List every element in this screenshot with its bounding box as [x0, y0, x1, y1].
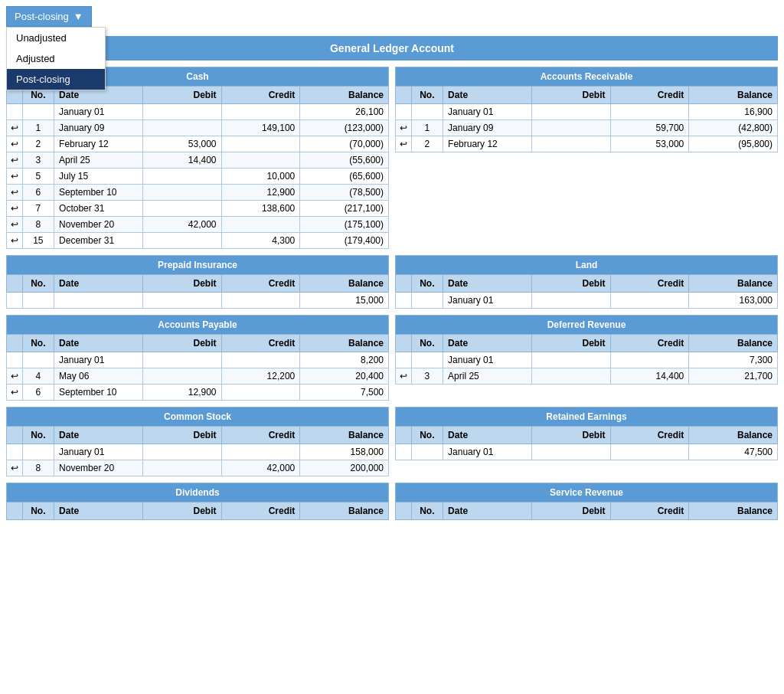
- debit-cell: [142, 120, 221, 136]
- date-cell: February 12: [443, 136, 532, 152]
- dr-date-header: Date: [443, 335, 532, 352]
- balance-cell: 200,000: [300, 460, 389, 476]
- div-table: Dividends No. Date Debit Credit Balance: [6, 483, 389, 520]
- balance-cell: 26,100: [300, 104, 389, 120]
- back-arrow-icon[interactable]: ↩: [11, 463, 18, 473]
- arrow-cell: [7, 104, 23, 120]
- ledger-grid-top: Cash No. Date Debit Credit Balance Janua…: [6, 67, 778, 249]
- cs-title: Common Stock: [7, 408, 389, 427]
- back-arrow-icon[interactable]: ↩: [400, 139, 407, 149]
- debit-cell: 12,900: [142, 385, 221, 401]
- debit-cell: [142, 233, 221, 249]
- ar-arrow-header: [396, 87, 412, 104]
- arrow-cell: ↩: [7, 185, 23, 201]
- arrow-cell: ↩: [396, 368, 412, 385]
- ar-table: Accounts Receivable No. Date Debit Credi…: [395, 67, 778, 152]
- arrow-cell: ↩: [7, 136, 23, 152]
- credit-cell: 14,400: [610, 368, 689, 385]
- table-row: ↩15December 314,300(179,400): [7, 233, 389, 249]
- date-cell: January 01: [443, 104, 532, 120]
- credit-cell: [221, 217, 300, 233]
- date-cell: January 01: [54, 104, 143, 120]
- back-arrow-icon[interactable]: ↩: [11, 139, 18, 149]
- credit-cell: [610, 444, 689, 460]
- sr-balance-header: Balance: [689, 502, 778, 520]
- div-no-header: No.: [22, 502, 54, 520]
- back-arrow-icon[interactable]: ↩: [11, 219, 18, 230]
- balance-cell: (175,100): [300, 217, 389, 233]
- credit-cell: 12,900: [221, 185, 300, 201]
- balance-cell: (179,400): [300, 233, 389, 249]
- table-row: January 0116,900: [396, 104, 778, 120]
- dr-debit-header: Debit: [531, 335, 610, 352]
- dropdown-menu: Unadjusted Adjusted Post-closing: [6, 27, 106, 90]
- land-title: Land: [396, 256, 778, 275]
- arrow-cell: ↩: [7, 368, 23, 385]
- date-cell: September 10: [54, 385, 143, 401]
- credit-cell: 10,000: [221, 169, 300, 185]
- dropdown-option-adjusted[interactable]: Adjusted: [7, 48, 105, 69]
- back-arrow-icon[interactable]: ↩: [11, 187, 18, 198]
- back-arrow-icon[interactable]: ↩: [11, 155, 18, 165]
- arrow-cell: [396, 352, 412, 368]
- arrow-cell: [7, 293, 23, 309]
- arrow-cell: ↩: [7, 152, 23, 169]
- date-cell: April 25: [443, 368, 532, 385]
- table-row: January 018,200: [7, 352, 389, 368]
- back-arrow-icon[interactable]: ↩: [11, 171, 18, 182]
- arrow-cell: ↩: [7, 460, 23, 476]
- dropdown-option-postclosing[interactable]: Post-closing: [7, 69, 105, 90]
- chevron-down-icon: ▼: [74, 11, 83, 22]
- arrow-cell: [7, 352, 23, 368]
- debit-cell: [142, 201, 221, 217]
- back-arrow-icon[interactable]: ↩: [400, 371, 407, 381]
- ap-debit-header: Debit: [142, 335, 221, 352]
- debit-cell: [531, 293, 610, 309]
- cs-date-header: Date: [54, 427, 143, 444]
- cs-credit-header: Credit: [221, 427, 300, 444]
- back-arrow-icon[interactable]: ↩: [400, 123, 407, 133]
- ar-table-wrapper: Accounts Receivable No. Date Debit Credi…: [395, 67, 778, 249]
- table-row: 15,000: [7, 293, 389, 309]
- debit-cell: 14,400: [142, 152, 221, 169]
- back-arrow-icon[interactable]: ↩: [11, 203, 18, 214]
- table-row: ↩6September 1012,9007,500: [7, 385, 389, 401]
- credit-cell: 4,300: [221, 233, 300, 249]
- table-row: ↩2February 1253,000(70,000): [7, 136, 389, 152]
- no-cell: [22, 444, 54, 460]
- ar-no-header: No.: [411, 87, 443, 104]
- div-balance-header: Balance: [300, 502, 389, 520]
- no-cell: [411, 444, 443, 460]
- debit-cell: [142, 169, 221, 185]
- table-row: ↩3April 2514,400(55,600): [7, 152, 389, 169]
- table-row: ↩2February 1253,000(95,800): [396, 136, 778, 152]
- arrow-cell: [396, 444, 412, 460]
- back-arrow-icon[interactable]: ↩: [11, 235, 18, 246]
- balance-cell: (55,600): [300, 152, 389, 169]
- debit-cell: [142, 368, 221, 385]
- balance-cell: 47,500: [689, 444, 778, 460]
- date-cell: May 06: [54, 368, 143, 385]
- debit-cell: [531, 444, 610, 460]
- back-arrow-icon[interactable]: ↩: [11, 371, 18, 381]
- div-title: Dividends: [7, 483, 389, 502]
- no-cell: 6: [22, 385, 54, 401]
- ap-table: Accounts Payable No. Date Debit Credit B…: [6, 315, 389, 401]
- re-no-header: No.: [411, 427, 443, 444]
- back-arrow-icon[interactable]: ↩: [11, 387, 18, 398]
- back-arrow-icon[interactable]: ↩: [11, 123, 18, 133]
- debit-cell: [142, 444, 221, 460]
- dropdown-container: Post-closing ▼ Unadjusted Adjusted Post-…: [6, 6, 92, 27]
- ledger-grid-2: Prepaid Insurance No. Date Debit Credit …: [6, 255, 778, 309]
- ap-date-header: Date: [54, 335, 143, 352]
- dropdown-option-unadjusted[interactable]: Unadjusted: [7, 28, 105, 48]
- dr-balance-header: Balance: [689, 335, 778, 352]
- credit-cell: [221, 136, 300, 152]
- dropdown-button[interactable]: Post-closing ▼: [6, 6, 92, 27]
- land-balance-header: Balance: [689, 275, 778, 293]
- ar-debit-header: Debit: [531, 87, 610, 104]
- ar-date-header: Date: [443, 87, 532, 104]
- land-table: Land No. Date Debit Credit Balance Janua…: [395, 255, 778, 309]
- debit-cell: [142, 293, 221, 309]
- no-cell: 6: [22, 185, 54, 201]
